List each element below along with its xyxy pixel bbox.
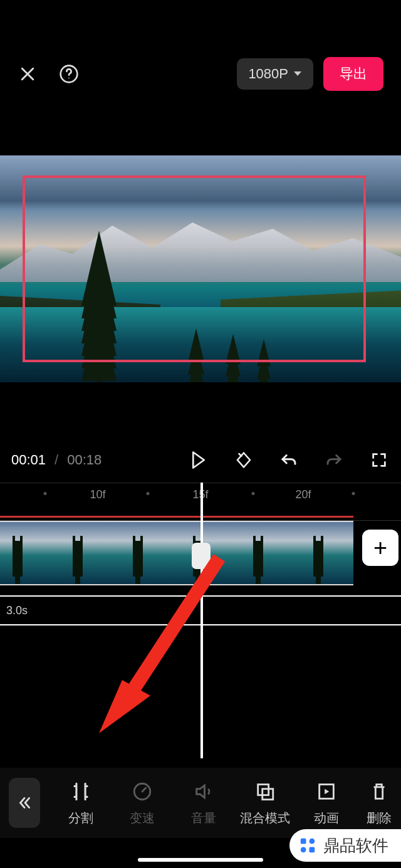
undo-icon xyxy=(279,451,298,469)
blend-icon xyxy=(254,781,276,802)
video-clip[interactable] xyxy=(0,521,353,585)
motion-icon xyxy=(316,781,337,802)
tool-label: 音量 xyxy=(191,810,216,827)
tool-motion[interactable]: 动画 xyxy=(296,780,357,827)
tool-label: 变速 xyxy=(130,810,155,827)
playhead-handle[interactable] xyxy=(192,543,211,569)
tool-blend[interactable]: 混合模式 xyxy=(234,780,296,827)
ruler-mark: 20f xyxy=(295,488,311,501)
close-icon xyxy=(18,65,37,83)
top-bar-left xyxy=(18,64,79,84)
clip-thumbnail xyxy=(60,522,120,584)
collapse-toolbar-button[interactable] xyxy=(9,778,40,828)
time-total: 00:18 xyxy=(67,452,102,468)
speed-icon xyxy=(132,781,153,802)
svg-point-1 xyxy=(68,78,70,79)
timeline[interactable]: 10f 15f 20f + 3.0s xyxy=(0,483,401,758)
fullscreen-icon xyxy=(370,451,388,469)
svg-rect-9 xyxy=(310,839,315,844)
tool-split[interactable]: 分割 xyxy=(50,780,112,827)
play-icon xyxy=(190,451,207,469)
video-preview[interactable] xyxy=(0,155,401,382)
delete-icon xyxy=(368,781,390,802)
home-indicator xyxy=(138,858,263,862)
playhead[interactable] xyxy=(200,483,203,758)
watermark-text: 鼎品软件 xyxy=(323,835,388,857)
split-icon xyxy=(70,781,91,802)
tool-label: 混合模式 xyxy=(240,810,290,827)
redo-icon xyxy=(325,451,343,469)
close-button[interactable] xyxy=(18,64,38,84)
resolution-label: 1080P xyxy=(248,66,288,82)
tool-speed[interactable]: 变速 xyxy=(112,780,173,827)
tool-delete[interactable]: 删除 xyxy=(357,780,401,827)
top-bar-right: 1080P 导出 xyxy=(237,57,383,91)
svg-rect-10 xyxy=(301,847,306,853)
chevron-down-icon xyxy=(293,71,302,77)
overlay-duration: 3.0s xyxy=(6,604,28,617)
keyframe-button[interactable] xyxy=(233,449,254,471)
help-button[interactable] xyxy=(59,64,79,84)
tool-label: 删除 xyxy=(367,810,392,827)
chevron-left-double-icon xyxy=(16,795,33,811)
tool-volume[interactable]: 音量 xyxy=(173,780,234,827)
time-current: 00:01 xyxy=(11,452,46,468)
add-clip-button[interactable]: + xyxy=(362,530,398,566)
help-icon xyxy=(59,64,79,84)
redo-button[interactable] xyxy=(323,449,345,471)
time-separator: / xyxy=(52,452,61,468)
clip-thumbnail xyxy=(301,522,353,584)
track-indicator xyxy=(0,516,353,518)
playback-bar: 00:01 / 00:18 xyxy=(0,446,401,474)
clip-thumbnail xyxy=(180,522,241,584)
plus-icon: + xyxy=(373,535,387,562)
keyframe-icon xyxy=(234,451,253,469)
volume-icon xyxy=(193,781,214,802)
resolution-selector[interactable]: 1080P xyxy=(237,58,313,90)
watermark-logo-icon xyxy=(298,836,317,855)
play-button[interactable] xyxy=(188,449,209,471)
tool-label: 分割 xyxy=(68,810,93,827)
export-label: 导出 xyxy=(340,66,367,81)
undo-button[interactable] xyxy=(278,449,299,471)
clip-thumbnail xyxy=(0,522,60,584)
bottom-toolbar: 分割 变速 音量 混合模式 动画 删除 xyxy=(0,768,401,838)
watermark-badge: 鼎品软件 xyxy=(289,829,401,862)
export-button[interactable]: 导出 xyxy=(323,57,383,91)
clip-thumbnail xyxy=(241,522,301,584)
svg-rect-11 xyxy=(310,847,315,853)
clip-thumbnail xyxy=(120,522,180,584)
crop-selection[interactable] xyxy=(23,175,366,362)
tool-label: 动画 xyxy=(314,810,339,827)
svg-rect-8 xyxy=(301,839,306,844)
fullscreen-button[interactable] xyxy=(368,449,390,471)
top-bar: 1080P 导出 xyxy=(0,59,401,89)
ruler-mark: 10f xyxy=(90,488,105,501)
